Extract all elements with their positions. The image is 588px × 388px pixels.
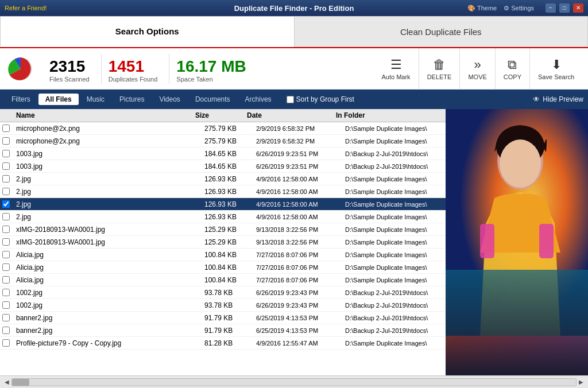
filter-videos[interactable]: Videos bbox=[152, 94, 187, 105]
row-checkbox[interactable] bbox=[2, 314, 10, 321]
automark-icon: ☰ bbox=[390, 57, 402, 72]
row-checkbox[interactable] bbox=[2, 137, 10, 145]
minimize-button[interactable]: − bbox=[546, 3, 556, 13]
table-row[interactable]: xIMG-20180913-WA0001.jpg 125.29 KB 9/13/… bbox=[0, 223, 446, 236]
row-checkbox[interactable] bbox=[2, 276, 10, 284]
row-checkbox[interactable] bbox=[2, 251, 10, 258]
horizontal-scrollbar[interactable] bbox=[11, 378, 577, 386]
header-name: Name bbox=[14, 111, 195, 119]
row-name: Alicia.jpg bbox=[14, 251, 204, 259]
filter-pictures[interactable]: Pictures bbox=[113, 94, 151, 105]
table-row[interactable]: microphone@2x.png 275.79 KB 2/9/2019 6:5… bbox=[0, 122, 446, 135]
table-row[interactable]: xIMG-20180913-WA0001.jpg 125.29 KB 9/13/… bbox=[0, 236, 446, 249]
list-body[interactable]: microphone@2x.png 275.79 KB 2/9/2019 6:5… bbox=[0, 122, 446, 375]
filter-button[interactable]: Filters bbox=[5, 94, 37, 105]
row-checkbox-cell bbox=[0, 162, 14, 170]
settings-button[interactable]: ⚙ Settings bbox=[504, 5, 534, 12]
copy-button[interactable]: ⧉ COPY bbox=[496, 48, 530, 89]
table-row[interactable]: Profile-picture79 - Copy - Copy.jpg 81.2… bbox=[0, 337, 446, 350]
row-checkbox-cell bbox=[0, 150, 14, 157]
row-checkbox[interactable] bbox=[2, 188, 10, 195]
table-row[interactable]: 2.jpg 126.93 KB 4/9/2016 12:58:00 AM D:\… bbox=[0, 198, 446, 211]
save-search-button[interactable]: ⬇ Save Search bbox=[530, 48, 582, 89]
filter-archives[interactable]: Archives bbox=[238, 94, 278, 105]
table-row[interactable]: 1002.jpg 93.78 KB 6/26/2019 9:23:43 PM D… bbox=[0, 299, 446, 312]
sort-checkbox[interactable] bbox=[287, 96, 294, 103]
files-scanned-count: 2315 bbox=[49, 59, 90, 75]
table-row[interactable]: 2.jpg 126.93 KB 4/9/2016 12:58:00 AM D:\… bbox=[0, 185, 446, 198]
table-row[interactable]: 2.jpg 126.93 KB 4/9/2016 12:58:00 AM D:\… bbox=[0, 211, 446, 223]
move-button[interactable]: » MOVE bbox=[460, 48, 495, 89]
row-checkbox[interactable] bbox=[2, 327, 10, 334]
row-folder: D:\Sample Duplicate Images\ bbox=[345, 201, 446, 208]
filter-documents[interactable]: Documents bbox=[188, 94, 237, 105]
table-row[interactable]: 2.jpg 126.93 KB 4/9/2016 12:58:00 AM D:\… bbox=[0, 173, 446, 185]
row-checkbox[interactable] bbox=[2, 200, 10, 208]
table-row[interactable]: Alicia.jpg 100.84 KB 7/27/2016 8:07:06 P… bbox=[0, 249, 446, 261]
space-taken-stat: 16.17 MB Space Taken bbox=[169, 54, 257, 84]
row-name: 2.jpg bbox=[14, 213, 204, 221]
row-size: 81.28 KB bbox=[204, 339, 256, 347]
table-row[interactable]: microphone@2x.png 275.79 KB 2/9/2019 6:5… bbox=[0, 135, 446, 148]
row-folder: D:\Backup 2-Jul-2019\htdocs\ bbox=[345, 150, 446, 157]
table-row[interactable]: 1002.jpg 93.78 KB 6/26/2019 9:23:43 PM D… bbox=[0, 286, 446, 299]
row-size: 93.78 KB bbox=[204, 301, 256, 309]
row-name: 1003.jpg bbox=[14, 150, 204, 158]
duplicates-found-stat: 1451 Duplicates Found bbox=[102, 54, 170, 84]
delete-button[interactable]: 🗑 DELETE bbox=[419, 48, 461, 89]
row-folder: D:\Sample Duplicate Images\ bbox=[345, 138, 446, 145]
table-row[interactable]: Alicia.jpg 100.84 KB 7/27/2016 8:07:06 P… bbox=[0, 261, 446, 274]
table-row[interactable]: 1003.jpg 184.65 KB 6/26/2019 9:23:51 PM … bbox=[0, 160, 446, 173]
row-checkbox[interactable] bbox=[2, 263, 10, 271]
row-checkbox-cell bbox=[0, 263, 14, 271]
close-button[interactable]: ✕ bbox=[573, 3, 583, 13]
row-checkbox-cell bbox=[0, 238, 14, 246]
row-date: 6/26/2019 9:23:51 PM bbox=[256, 150, 345, 157]
tab-search-options[interactable]: Search Options bbox=[0, 16, 294, 47]
row-checkbox[interactable] bbox=[2, 150, 10, 157]
table-row[interactable]: banner2.jpg 91.79 KB 6/25/2019 4:13:53 P… bbox=[0, 324, 446, 337]
row-checkbox[interactable] bbox=[2, 238, 10, 246]
svg-rect-5 bbox=[480, 224, 494, 258]
row-checkbox-cell bbox=[0, 188, 14, 195]
filter-music[interactable]: Music bbox=[80, 94, 111, 105]
theme-button[interactable]: 🎨 Theme bbox=[467, 5, 497, 12]
table-row[interactable]: banner2.jpg 91.79 KB 6/25/2019 4:13:53 P… bbox=[0, 312, 446, 324]
hide-preview-button[interactable]: 👁 Hide Preview bbox=[533, 95, 583, 103]
row-checkbox-cell bbox=[0, 327, 14, 334]
row-name: banner2.jpg bbox=[14, 327, 204, 335]
window-controls: − □ ✕ bbox=[546, 3, 583, 13]
row-checkbox[interactable] bbox=[2, 339, 10, 347]
tab-clean-duplicates[interactable]: Clean Duplicate Files bbox=[294, 16, 589, 47]
row-checkbox[interactable] bbox=[2, 162, 10, 170]
row-folder: D:\Backup 2-Jul-2019\htdocs\ bbox=[345, 302, 446, 309]
table-row[interactable]: 1003.jpg 184.65 KB 6/26/2019 9:23:51 PM … bbox=[0, 148, 446, 160]
row-checkbox[interactable] bbox=[2, 301, 10, 309]
row-size: 275.79 KB bbox=[204, 137, 256, 145]
row-date: 7/27/2016 8:07:06 PM bbox=[256, 264, 345, 271]
main-content: Name Size Date In Folder microphone@2x.p… bbox=[0, 109, 588, 375]
row-checkbox-cell bbox=[0, 276, 14, 284]
scroll-left-arrow[interactable]: ◀ bbox=[5, 379, 9, 385]
row-checkbox[interactable] bbox=[2, 213, 10, 220]
automark-button[interactable]: ☰ Auto Mark bbox=[373, 48, 419, 89]
files-scanned-stat: 2315 Files Scanned bbox=[42, 54, 102, 84]
restore-button[interactable]: □ bbox=[559, 3, 570, 13]
row-checkbox-cell bbox=[0, 339, 14, 347]
row-checkbox[interactable] bbox=[2, 175, 10, 183]
scroll-right-arrow[interactable]: ▶ bbox=[579, 379, 583, 385]
row-name: 2.jpg bbox=[14, 175, 204, 183]
row-date: 6/26/2019 9:23:43 PM bbox=[256, 302, 345, 309]
sort-by-group[interactable]: Sort by Group First bbox=[287, 95, 354, 103]
row-checkbox[interactable] bbox=[2, 289, 10, 296]
row-folder: D:\Sample Duplicate Images\ bbox=[345, 277, 446, 284]
theme-icon: 🎨 bbox=[467, 5, 475, 12]
row-checkbox[interactable] bbox=[2, 226, 10, 233]
filter-all-files[interactable]: All Files bbox=[38, 94, 79, 105]
table-row[interactable]: Alicia.jpg 100.84 KB 7/27/2016 8:07:06 P… bbox=[0, 274, 446, 286]
row-checkbox-cell bbox=[0, 137, 14, 145]
row-name: 2.jpg bbox=[14, 188, 204, 196]
row-checkbox[interactable] bbox=[2, 125, 10, 132]
refer-link[interactable]: Refer a Friend! bbox=[5, 5, 47, 11]
row-date: 4/9/2016 12:58:00 AM bbox=[256, 201, 345, 208]
